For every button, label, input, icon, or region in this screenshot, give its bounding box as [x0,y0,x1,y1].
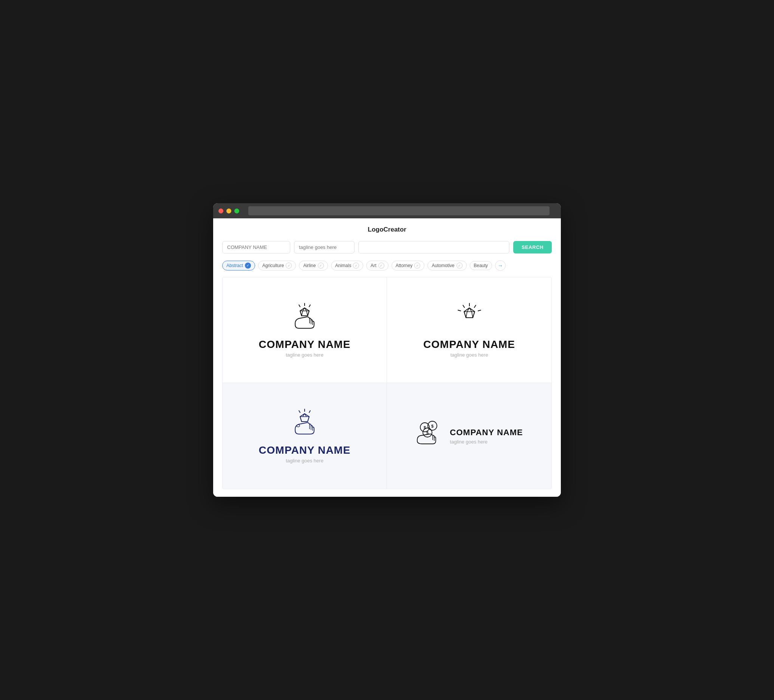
company-name-input[interactable] [222,241,290,253]
logo-icon-diamond-hand-3 [288,408,322,438]
search-bar: SEARCH [222,241,552,253]
filter-check-animals [353,262,359,269]
browser-window: LogoCreator SEARCH Abstract Agriculture … [213,203,561,497]
logo-card-3[interactable]: COMPANY NAME tagline goes here [223,383,387,489]
filter-label-automotive: Automotive [432,263,454,268]
filter-check-art [378,262,384,269]
filter-label-art: Art [370,263,376,268]
svg-line-34 [300,417,302,422]
logo-4-tagline: tagline goes here [450,439,523,445]
filter-label-beauty: Beauty [474,263,488,268]
traffic-light-maximize[interactable] [234,208,239,213]
keyword-input[interactable] [358,241,509,253]
logo-1-company-name: COMPANY NAME [259,338,351,350]
filter-next-arrow[interactable]: → [495,260,506,271]
logo-2-company-name: COMPANY NAME [423,338,515,350]
browser-titlebar [213,203,561,218]
svg-line-1 [299,305,300,307]
address-bar [248,206,549,215]
filter-label-animals: Animals [335,263,351,268]
filter-check-automotive [456,262,463,269]
svg-line-9 [302,311,303,316]
filter-chip-airline[interactable]: Airline [299,261,327,271]
app-container: LogoCreator SEARCH Abstract Agriculture … [213,218,561,497]
svg-line-29 [309,411,310,413]
logo-3-company-name: COMPANY NAME [259,444,351,456]
logo-2-tagline: tagline goes here [450,352,488,358]
filter-check-agriculture [286,262,292,269]
svg-line-26 [471,312,473,318]
traffic-light-close[interactable] [218,208,223,213]
svg-line-10 [306,311,308,316]
logo-icon-diamond-hand-1 [288,302,322,332]
svg-line-25 [466,312,467,318]
tagline-input[interactable] [294,241,354,253]
logo-3-tagline: tagline goes here [286,458,324,464]
svg-line-35 [308,417,309,422]
filter-chip-art[interactable]: Art [366,261,388,271]
logo-4-company-name: COMPANY NAME [450,428,523,438]
traffic-light-minimize[interactable] [227,208,231,213]
svg-line-18 [478,310,481,311]
logo-grid: COMPANY NAME tagline goes here [222,277,552,489]
svg-line-8 [308,311,309,316]
app-title: LogoCreator [222,226,552,233]
svg-line-17 [458,310,461,311]
filter-label-agriculture: Agriculture [262,263,284,268]
logo-card-1[interactable]: COMPANY NAME tagline goes here [223,277,387,383]
logo-card-4[interactable]: $ $ $ COMPANY NAME tagline goes here [387,383,551,489]
svg-line-7 [300,311,302,316]
filter-chip-automotive[interactable]: Automotive [427,261,466,271]
logo-4-text-group: COMPANY NAME tagline goes here [450,428,523,445]
filter-chip-beauty[interactable]: Beauty [470,261,492,270]
svg-line-23 [464,312,466,318]
filter-chip-attorney[interactable]: Attorney [392,261,425,271]
svg-text:$: $ [431,424,433,428]
filter-check-attorney [414,262,420,269]
filter-chip-agriculture[interactable]: Agriculture [258,261,296,271]
svg-line-15 [463,305,465,307]
filter-check-airline [318,262,324,269]
svg-line-16 [474,305,476,307]
filter-check-abstract [245,262,251,269]
logo-icon-money-hand-4: $ $ $ [415,419,444,447]
filter-chip-animals[interactable]: Animals [331,261,364,271]
logo-1-tagline: tagline goes here [286,352,324,358]
svg-line-2 [309,305,310,307]
filter-label-airline: Airline [303,263,316,268]
svg-line-28 [299,411,300,413]
logo-icon-diamond-rays-2 [452,302,486,332]
svg-point-39 [297,424,300,427]
filter-chip-abstract[interactable]: Abstract [222,261,255,271]
filter-label-abstract: Abstract [227,263,243,268]
search-button[interactable]: SEARCH [513,241,552,253]
filter-label-attorney: Attorney [396,263,413,268]
svg-line-24 [473,312,475,318]
logo-card-2[interactable]: COMPANY NAME tagline goes here [387,277,551,383]
filter-bar: Abstract Agriculture Airline Animals Art [222,260,552,271]
